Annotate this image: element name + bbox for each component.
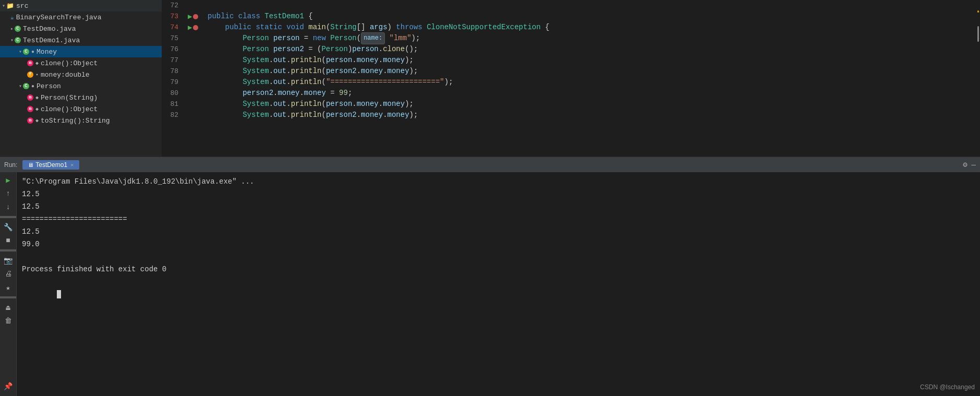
sidebar-label-bst: BinarySearchTree.java bbox=[16, 14, 102, 21]
minimize-icon[interactable]: — bbox=[972, 161, 976, 169]
terminal-line-empty bbox=[22, 250, 975, 263]
arrow-icon-73: ▶ bbox=[188, 12, 192, 21]
code-line-75: Person person = new Person(name: "lmm"); bbox=[208, 33, 973, 44]
gutter-76 bbox=[188, 44, 202, 55]
sidebar-label-person-ctor: Person(String) bbox=[41, 94, 98, 102]
run-sidebar: ▶ ↑ ↓ 🔧 ■ 📷 🖨 ★ ⏏ 🗑 📌 bbox=[0, 172, 17, 396]
ln-73: 73 bbox=[162, 11, 183, 22]
ln-75: 75 bbox=[162, 33, 183, 44]
editor: 72 73 74 75 76 77 78 79 80 81 82 ▶ bbox=[162, 0, 980, 157]
stop-button[interactable]: ■ bbox=[3, 235, 14, 246]
separator-1 bbox=[0, 216, 16, 218]
gutter-79 bbox=[188, 77, 202, 88]
sidebar-label-money-field: money:double bbox=[41, 71, 90, 79]
ln-79: 79 bbox=[162, 77, 183, 88]
dot-icon-money: ● bbox=[31, 49, 34, 55]
run-header-right: ⚙ — bbox=[963, 160, 976, 169]
settings-icon[interactable]: ⚙ bbox=[963, 160, 967, 169]
code-line-77: System.out.println(person.money.money); bbox=[208, 55, 973, 66]
ln-78: 78 bbox=[162, 66, 183, 77]
sidebar-item-testdemo1[interactable]: ▾ C TestDemo1.java bbox=[0, 34, 162, 46]
terminal-line-2: 12.5 bbox=[22, 200, 975, 213]
gutter-73: ▶ bbox=[188, 11, 202, 22]
run-header: Run: 🖥 TestDemo1 × ⚙ — bbox=[0, 157, 980, 172]
eject-button[interactable]: ⏏ bbox=[3, 302, 14, 313]
pin-button-wrapper: 📌 bbox=[3, 380, 14, 396]
trash-button[interactable]: 🗑 bbox=[3, 315, 14, 327]
scroll-up-button[interactable]: ↑ bbox=[3, 188, 14, 199]
run-tab-close-button[interactable]: × bbox=[70, 162, 74, 168]
gutter-74: ▶ bbox=[188, 22, 202, 33]
scroll-down-button[interactable]: ↓ bbox=[3, 201, 14, 213]
editor-scrollbar[interactable] bbox=[973, 0, 980, 157]
scrollbar-thumb-top bbox=[977, 10, 979, 13]
constructor-icon: m bbox=[27, 94, 33, 101]
sidebar-item-money[interactable]: ▾ C ● Money bbox=[0, 46, 162, 57]
sidebar-label-clone2: clone():Object bbox=[41, 105, 98, 113]
gutter-80 bbox=[188, 88, 202, 99]
sidebar-item-person[interactable]: ▾ C ● Person bbox=[0, 80, 162, 92]
terminal-line-1: 12.5 bbox=[22, 188, 975, 200]
run-tab-name: TestDemo1 bbox=[35, 161, 67, 169]
ln-77: 77 bbox=[162, 55, 183, 66]
code-line-73: public class TestDemo1 { bbox=[208, 11, 973, 22]
dot-icon-ctor: ◆ bbox=[35, 94, 39, 101]
sidebar-item-bst[interactable]: ☕ BinarySearchTree.java bbox=[0, 11, 162, 23]
code-line-81: System.out.println(person.money.money); bbox=[208, 99, 973, 110]
code-line-74: public static void main(String[] args) t… bbox=[208, 22, 973, 33]
sidebar-label-tostring: toString():String bbox=[41, 117, 110, 125]
gutter-72 bbox=[188, 0, 202, 11]
sidebar-item-src[interactable]: ▾ 📁 src bbox=[0, 0, 162, 11]
chevron-down-icon-money: ▾ bbox=[19, 49, 22, 55]
code-line-79: System.out.println("====================… bbox=[208, 77, 973, 88]
sidebar-label-money: Money bbox=[37, 48, 57, 56]
sidebar: ▾ 📁 src ☕ BinarySearchTree.java ▸ C Test… bbox=[0, 0, 162, 157]
terminal-line-cmd: "C:\Program Files\Java\jdk1.8.0_192\bin\… bbox=[22, 175, 975, 188]
camera-button[interactable]: 📷 bbox=[3, 255, 14, 266]
chevron-down-icon: ▾ bbox=[2, 3, 5, 9]
sidebar-item-testdemo[interactable]: ▸ C TestDemo.java bbox=[0, 23, 162, 34]
play-button[interactable]: ▶ bbox=[3, 174, 14, 186]
gutter-77 bbox=[188, 55, 202, 66]
code-area: 72 73 74 75 76 77 78 79 80 81 82 ▶ bbox=[162, 0, 980, 157]
sidebar-item-clone2[interactable]: m ◆ clone():Object bbox=[0, 103, 162, 115]
method-icon-clone2: m bbox=[27, 106, 33, 112]
run-content: ▶ ↑ ↓ 🔧 ■ 📷 🖨 ★ ⏏ 🗑 📌 "C:\Program Files\… bbox=[0, 172, 980, 396]
print-button[interactable]: 🖨 bbox=[3, 268, 14, 280]
ln-72: 72 bbox=[162, 0, 183, 11]
terminal-line-3: ======================== bbox=[22, 213, 975, 225]
dot-icon-tostring: ◆ bbox=[35, 117, 39, 124]
ln-74: 74 bbox=[162, 22, 183, 33]
sidebar-item-clone[interactable]: m ◆ clone():Object bbox=[0, 57, 162, 69]
star-button[interactable]: ★ bbox=[3, 282, 14, 293]
sidebar-item-person-constructor[interactable]: m ◆ Person(String) bbox=[0, 92, 162, 103]
terminal[interactable]: "C:\Program Files\Java\jdk1.8.0_192\bin\… bbox=[17, 172, 980, 396]
breakpoint-74 bbox=[193, 25, 198, 30]
watermark: CSDN @Ischanged bbox=[920, 383, 975, 391]
pin-button[interactable]: 📌 bbox=[3, 380, 14, 392]
console-icon: 🖥 bbox=[28, 162, 33, 168]
run-tab-testdemo1[interactable]: 🖥 TestDemo1 × bbox=[22, 160, 79, 170]
code-line-72 bbox=[208, 0, 973, 11]
chevron-down-icon-person: ▾ bbox=[19, 83, 22, 89]
code-content[interactable]: public class TestDemo1 { public static v… bbox=[202, 0, 973, 157]
arrow-icon-74: ▶ bbox=[188, 23, 192, 32]
sidebar-label-testdemo1: TestDemo1.java bbox=[23, 37, 80, 44]
class-icon-testdemo: C bbox=[15, 26, 21, 32]
sidebar-label-src: src bbox=[16, 2, 28, 10]
terminal-line-4: 12.5 bbox=[22, 225, 975, 238]
terminal-line-5: 99.0 bbox=[22, 238, 975, 250]
chevron-right-icon: ▸ bbox=[10, 26, 14, 32]
method-icon-clone: m bbox=[27, 60, 33, 66]
wrench-button[interactable]: 🔧 bbox=[3, 221, 14, 233]
code-line-82: System.out.println(person2.money.money); bbox=[208, 110, 973, 121]
sidebar-item-tostring[interactable]: m ◆ toString():String bbox=[0, 115, 162, 126]
gutter-75 bbox=[188, 33, 202, 44]
sidebar-label-person: Person bbox=[37, 82, 61, 90]
chevron-down-icon-td1: ▾ bbox=[10, 37, 14, 43]
sidebar-item-money-field[interactable]: f ▪ money:double bbox=[0, 69, 162, 80]
code-line-78: System.out.println(person2.money.money); bbox=[208, 66, 973, 77]
code-line-76: Person person2 = (Person)person.clone(); bbox=[208, 44, 973, 55]
terminal-cursor bbox=[57, 290, 61, 298]
terminal-line-exit: Process finished with exit code 0 bbox=[22, 263, 975, 275]
